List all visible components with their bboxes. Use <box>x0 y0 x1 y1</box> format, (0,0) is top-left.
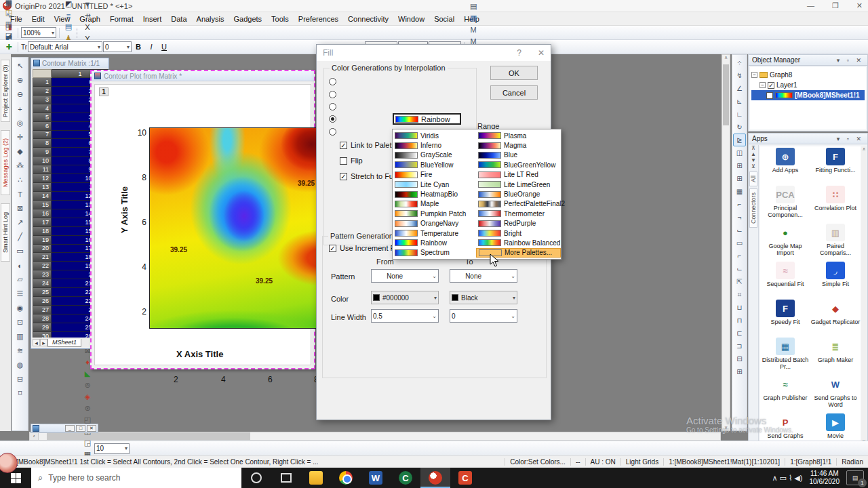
linewidth-from-select[interactable]: 0.5⌄ <box>371 309 439 323</box>
matrix-window-titlebar[interactable]: Contour Matrix :1/1 <box>31 58 108 68</box>
toolbar-icon[interactable]: ✚ <box>3 41 15 53</box>
tool-icon[interactable]: ◉ <box>14 301 27 315</box>
help-icon[interactable]: ? <box>517 48 521 58</box>
min-minimize-button[interactable]: _ <box>65 425 75 432</box>
plot-type-icon[interactable]: ⊛ <box>81 403 94 414</box>
checkbox-option[interactable]: ✓ Link to Palette/ <box>340 141 400 149</box>
checkbox-checked-icon[interactable]: ✓ <box>768 82 774 89</box>
row-header[interactable]: 8 <box>33 139 52 148</box>
row-header[interactable]: 27 <box>33 306 52 314</box>
radio-option[interactable] <box>329 103 340 110</box>
plot-type-icon[interactable]: ◈ <box>81 391 94 403</box>
tool-icon[interactable]: ⊐ <box>733 340 746 352</box>
row-header[interactable]: 24 <box>33 279 52 288</box>
cancel-button[interactable]: Cancel <box>490 85 538 100</box>
tool-icon[interactable]: ▥ <box>14 329 27 344</box>
panel-buttons[interactable]: ▾ ▫ ✕ <box>837 57 864 64</box>
row-header[interactable]: 26 <box>33 297 52 306</box>
tool-icon[interactable]: ⊞ <box>733 172 746 185</box>
row-header[interactable]: 7 <box>33 131 52 140</box>
palette-option[interactable]: Rainbow Balanced <box>476 238 561 247</box>
menu-item[interactable]: Connectivity <box>343 14 393 24</box>
radio-option[interactable] <box>329 78 340 85</box>
row-header[interactable]: 29 <box>33 323 52 332</box>
app-item[interactable]: ≣ Graph Maker <box>810 336 861 374</box>
italic-button[interactable]: I <box>145 41 157 53</box>
angle-select[interactable]: 10▾ <box>94 443 130 454</box>
palette-option[interactable]: Magma <box>476 140 561 150</box>
radio-option[interactable] <box>329 91 340 98</box>
row-header[interactable]: 30 <box>33 332 52 338</box>
palette-option[interactable]: Temperature <box>393 228 476 238</box>
tool-icon[interactable]: ⌙ <box>733 262 746 275</box>
sheet-tab[interactable]: MSheet1 <box>47 339 81 347</box>
app-item[interactable]: ≈ Graph Publisher <box>760 374 810 412</box>
palette-option[interactable]: Viridis <box>393 131 476 140</box>
tool-icon[interactable]: ◎ <box>14 116 27 130</box>
tool-icon[interactable]: ⊵ <box>733 134 746 146</box>
app-item[interactable]: ≈ Sequential Fit <box>760 260 810 298</box>
horizontal-scrollbar[interactable]: ‹ <box>29 432 721 441</box>
x-axis-title[interactable]: X Axis Title <box>176 349 223 359</box>
row-header[interactable]: 28 <box>33 314 52 323</box>
palette-option[interactable]: PerfectPaletteFinal2 <box>476 199 561 209</box>
tool-icon[interactable]: ↗ <box>14 216 27 230</box>
app-item[interactable]: ⊕ Add Apps <box>760 146 810 184</box>
file-explorer-button[interactable] <box>301 468 331 488</box>
close-button[interactable]: ✕ <box>856 1 863 10</box>
underline-button[interactable]: U <box>158 41 170 53</box>
tool-icon[interactable]: ⊞ <box>733 365 746 378</box>
font-size-select[interactable]: 0▾ <box>103 41 132 52</box>
app-item[interactable]: ∷ Correlation Plot <box>810 184 861 222</box>
tool-icon[interactable]: ⊕ <box>14 73 27 87</box>
toolbar-icon[interactable]: ≡ <box>62 9 75 21</box>
palette-option[interactable]: GrayScale <box>393 150 476 160</box>
tab-messages-log[interactable]: Messages Log (2) <box>1 130 10 195</box>
tool-icon[interactable]: ∟ <box>733 108 746 121</box>
tool-icon[interactable]: ⊠ <box>14 201 27 216</box>
menu-item[interactable]: Preferences <box>294 14 343 24</box>
row-header[interactable]: 3 <box>33 96 52 104</box>
graph-window-titlebar[interactable]: Contour Plot from Matrix * <box>92 71 314 81</box>
palette-option[interactable]: BlueYellow <box>393 160 476 169</box>
matrix-corner-cell[interactable] <box>33 69 52 78</box>
row-header[interactable]: 15 <box>33 201 52 209</box>
toolbar-icon[interactable]: ◩ <box>62 0 75 9</box>
tool-icon[interactable]: ⊏ <box>733 327 746 340</box>
status-segment[interactable]: Radian <box>836 458 868 466</box>
tool-icon[interactable]: ∴ <box>14 173 27 187</box>
pattern-from-select[interactable]: None⌄ <box>371 269 439 283</box>
tab-all[interactable]: All <box>749 171 757 186</box>
plot-type-icon[interactable]: ◲ <box>81 437 94 449</box>
app-item[interactable]: PCA Principal Componen... <box>760 184 810 222</box>
taskbar-search[interactable]: ⌕ Type here to search <box>31 468 241 488</box>
palette-option[interactable]: Lite Cyan <box>393 180 476 189</box>
menu-item[interactable]: Format <box>105 14 138 24</box>
palette-option[interactable]: Pumpkin Patch <box>393 209 476 218</box>
radio-option[interactable] <box>329 115 340 123</box>
toolbar-icon[interactable]: ▦ <box>3 0 15 7</box>
scrollbar-thumb[interactable] <box>47 432 250 440</box>
menu-item[interactable]: Data <box>166 14 191 24</box>
palette-option[interactable]: Bright <box>476 228 561 238</box>
tool-icon[interactable]: ↻ <box>733 121 746 134</box>
toolbar-icon[interactable]: X <box>81 21 94 33</box>
app-item[interactable]: ▥ Paired Comparis... <box>810 222 861 260</box>
row-header[interactable]: 5 <box>33 113 52 122</box>
plot-type-icon[interactable]: ⊚ <box>81 380 94 391</box>
color-to-select[interactable]: Black▾ <box>450 291 517 304</box>
tool-icon[interactable]: T <box>14 187 27 201</box>
row-header[interactable]: 11 <box>33 165 52 174</box>
palette-option[interactable]: BlueGreenYellow <box>476 160 561 169</box>
app-item[interactable]: ◆ Gadget Replicator <box>810 298 861 336</box>
menu-item[interactable]: Social <box>429 14 459 24</box>
palette-option[interactable]: Thermometer <box>476 209 561 218</box>
tool-icon[interactable]: ⊖ <box>14 87 27 102</box>
page-label[interactable]: 1 <box>99 87 108 96</box>
y-axis-title[interactable]: Y Axis Title <box>119 186 130 233</box>
toolbar-icon[interactable]: M <box>467 24 479 35</box>
palette-option[interactable]: OrangeNavy <box>393 219 476 228</box>
tool-icon[interactable]: ↯ <box>733 69 746 82</box>
linewidth-to-select[interactable]: 0⌄ <box>450 309 517 323</box>
tray-icons[interactable]: ∧ ▭ ⌇ ◀) <box>772 474 802 483</box>
